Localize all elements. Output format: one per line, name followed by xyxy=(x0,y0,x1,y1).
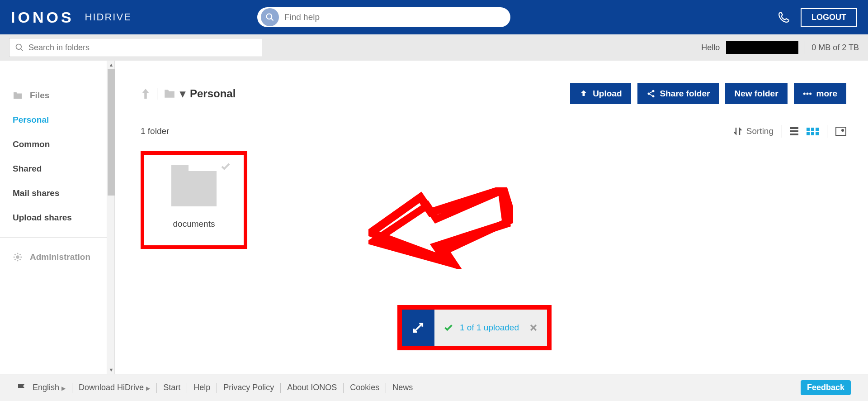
sidebar-separator xyxy=(0,237,115,238)
chevron-down-icon[interactable]: ▾ xyxy=(180,87,185,100)
folder-icon xyxy=(13,91,23,100)
grid-view-button[interactable] xyxy=(807,128,819,135)
scroll-up-icon[interactable]: ▲ xyxy=(107,61,115,69)
folder-name: documents xyxy=(171,219,217,229)
share-folder-button[interactable]: Share folder xyxy=(637,83,719,104)
main-area: ▲ ▼ Files Personal Common Shared Mail sh… xyxy=(0,61,868,374)
svg-point-6 xyxy=(652,90,654,92)
phone-icon[interactable] xyxy=(778,11,790,23)
footer-link-news[interactable]: News xyxy=(392,383,413,392)
folder-icon[interactable] xyxy=(164,89,175,99)
svg-point-5 xyxy=(647,93,650,95)
gear-icon xyxy=(13,252,23,262)
image-view-button[interactable] xyxy=(835,127,846,136)
action-buttons: Upload Share folder New folder more xyxy=(570,83,846,104)
footer-link-privacy[interactable]: Privacy Policy xyxy=(223,383,274,392)
sidebar-section-label: Files xyxy=(30,91,49,100)
footer-link-start[interactable]: Start xyxy=(163,383,180,392)
scroll-down-icon[interactable]: ▼ xyxy=(107,366,115,374)
breadcrumb: ▾ Personal xyxy=(141,87,236,100)
upload-status-text: 1 of 1 uploaded xyxy=(460,323,519,333)
share-icon xyxy=(646,89,656,98)
check-icon xyxy=(443,323,453,333)
content-pane: ▾ Personal Upload Share folder New folde… xyxy=(115,61,868,374)
sidebar-item-shared[interactable]: Shared xyxy=(0,157,115,181)
username-redacted xyxy=(726,41,798,54)
flag-icon xyxy=(17,384,26,392)
check-icon[interactable] xyxy=(220,161,231,172)
footer-link-cookies[interactable]: Cookies xyxy=(350,383,379,392)
search-icon xyxy=(265,13,274,22)
language-selector[interactable]: English ▶ xyxy=(33,383,66,392)
sidebar-item-personal[interactable]: Personal xyxy=(0,108,115,132)
sorting-button[interactable]: Sorting xyxy=(734,126,774,136)
sidebar-item-common[interactable]: Common xyxy=(0,132,115,157)
svg-point-9 xyxy=(806,93,808,95)
annotation-arrow-icon xyxy=(368,187,513,269)
feedback-button[interactable]: Feedback xyxy=(801,380,851,395)
storage-used: 0 MB of 2 TB xyxy=(811,43,859,53)
folder-tile-documents[interactable]: documents xyxy=(141,151,247,249)
svg-point-8 xyxy=(803,93,805,95)
folder-search-input[interactable] xyxy=(28,43,256,53)
folder-search[interactable] xyxy=(9,38,262,57)
sidebar: ▲ ▼ Files Personal Common Shared Mail sh… xyxy=(0,61,115,374)
download-hidrive-link[interactable]: Download HiDrive ▶ xyxy=(79,383,150,392)
sidebar-item-administration[interactable]: Administration xyxy=(0,245,115,269)
svg-point-10 xyxy=(809,93,811,95)
new-folder-button[interactable]: New folder xyxy=(725,83,787,104)
svg-point-2 xyxy=(16,44,22,50)
upload-button[interactable]: Upload xyxy=(570,83,631,104)
list-view-button[interactable] xyxy=(790,127,798,135)
sidebar-scrollbar[interactable]: ▲ ▼ xyxy=(107,61,115,374)
help-search[interactable] xyxy=(257,7,510,27)
breadcrumb-current: Personal xyxy=(190,87,236,100)
sidebar-section-files[interactable]: Files xyxy=(0,83,115,108)
sidebar-item-upload-shares[interactable]: Upload shares xyxy=(0,205,115,230)
ellipsis-icon xyxy=(803,89,812,98)
product-name: HIDRIVE xyxy=(85,11,132,23)
more-button[interactable]: more xyxy=(794,83,846,104)
svg-point-4 xyxy=(16,255,19,258)
footer-link-about[interactable]: About IONOS xyxy=(287,383,337,392)
upload-icon xyxy=(579,89,588,98)
sort-icon xyxy=(734,127,742,136)
help-search-button[interactable] xyxy=(261,8,279,26)
svg-line-3 xyxy=(21,49,23,51)
footer: English ▶ Download HiDrive ▶ Start Help … xyxy=(0,374,868,401)
divider xyxy=(805,41,805,54)
svg-marker-11 xyxy=(368,187,504,255)
up-arrow-icon[interactable] xyxy=(141,88,151,100)
footer-link-help[interactable]: Help xyxy=(193,383,210,392)
hello-text: Hello xyxy=(701,43,720,53)
logout-button[interactable]: LOGOUT xyxy=(801,8,857,27)
svg-point-7 xyxy=(652,95,654,97)
brand-logo: IONOS xyxy=(11,9,74,26)
folder-count: 1 folder xyxy=(141,126,169,136)
sub-header: Hello 0 MB of 2 TB xyxy=(0,34,868,61)
expand-icon xyxy=(412,321,425,334)
folder-icon xyxy=(171,171,217,206)
svg-point-0 xyxy=(266,14,272,19)
search-icon xyxy=(15,43,24,52)
close-icon[interactable] xyxy=(529,323,538,332)
upload-expand-button[interactable] xyxy=(402,310,434,346)
help-search-input[interactable] xyxy=(279,12,507,22)
svg-line-1 xyxy=(271,19,273,21)
sidebar-item-mail-shares[interactable]: Mail shares xyxy=(0,181,115,205)
scroll-thumb[interactable] xyxy=(108,69,115,196)
top-bar: IONOS HIDRIVE LOGOUT xyxy=(0,0,868,34)
upload-status-bar: 1 of 1 uploaded xyxy=(397,305,552,350)
